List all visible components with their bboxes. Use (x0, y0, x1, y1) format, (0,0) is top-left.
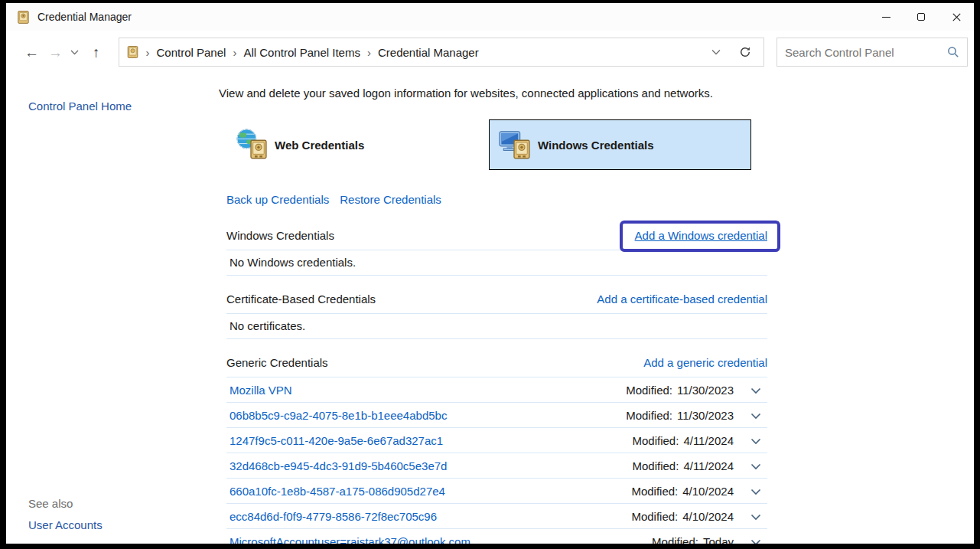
sidebar-item-control-panel-home[interactable]: Control Panel Home (28, 100, 132, 113)
section-title: Certificate-Based Credentials (226, 292, 376, 306)
modified-info: Modified:4/11/2024 (633, 459, 734, 472)
tab-web-credentials-label: Web Credentials (275, 139, 364, 152)
breadcrumb-item-credential-manager[interactable]: Credential Manager (378, 46, 479, 59)
credential-row: Mozilla VPN Modified:11/30/2023 (226, 377, 767, 403)
credential-row: 06b8b5c9-c9a2-4075-8e1b-b1eee4abd5bc Mod… (226, 403, 767, 428)
address-dropdown-chevron-icon[interactable] (701, 46, 731, 58)
modified-info: Modified:4/10/2024 (631, 510, 734, 523)
sidebar: Control Panel Home See also User Account… (6, 74, 213, 544)
window-controls (868, 3, 974, 31)
modified-info: Modified:4/11/2024 (633, 434, 734, 447)
web-credentials-icon (236, 128, 268, 162)
breadcrumb-item-all-control-panel-items[interactable]: All Control Panel Items (243, 46, 360, 59)
modified-date: Today (703, 535, 734, 544)
credential-row: 660a10fc-1e8b-4587-a175-086d905d27e4 Mod… (226, 479, 767, 504)
app-vault-icon (17, 11, 30, 24)
breadcrumb-item-control-panel[interactable]: Control Panel (157, 46, 226, 59)
add-generic-credential-link[interactable]: Add a generic credential (643, 356, 767, 369)
search-icon[interactable] (947, 46, 959, 58)
breadcrumb-app-icon (127, 46, 139, 58)
close-icon (952, 13, 961, 21)
credential-row: 32d468cb-e945-4dc3-91d9-5b460c5e3e7d Mod… (226, 453, 767, 479)
chevron-down-icon[interactable] (746, 485, 766, 497)
restore-credentials-link[interactable]: Restore Credentials (340, 193, 441, 206)
section-title: Windows Credentials (226, 229, 334, 242)
maximize-button[interactable] (903, 3, 939, 31)
empty-windows-credentials-text: No Windows credentials. (226, 250, 767, 276)
sidebar-item-user-accounts[interactable]: User Accounts (28, 518, 103, 531)
tab-web-credentials[interactable]: Web Credentials (226, 119, 489, 170)
chevron-down-icon[interactable] (746, 435, 766, 446)
modified-info: Modified:4/10/2024 (631, 485, 734, 498)
see-also-group: See also User Accounts (28, 497, 103, 531)
credential-name-link[interactable]: MicrosoftAccountuser=raistark37@outlook.… (230, 535, 470, 544)
credential-manager-window: Credential Manager ← → ↑ (6, 3, 974, 544)
chevron-down-icon[interactable] (746, 384, 766, 396)
back-button[interactable]: ← (20, 42, 44, 63)
modified-date: 11/30/2023 (677, 409, 734, 422)
credential-name-link[interactable]: 32d468cb-e945-4dc3-91d9-5b460c5e3e7d (230, 459, 447, 472)
see-also-label: See also (28, 497, 103, 510)
credential-row: MicrosoftAccountuser=raistark37@outlook.… (226, 529, 767, 544)
chevron-down-icon[interactable] (746, 460, 766, 472)
credential-name-link[interactable]: Mozilla VPN (230, 384, 292, 397)
tab-windows-credentials-label: Windows Credentials (538, 139, 654, 152)
modified-info: Modified:Today (652, 535, 734, 544)
windows-credentials-icon (499, 128, 531, 162)
chevron-down-icon[interactable] (746, 536, 766, 544)
modified-info: Modified:11/30/2023 (626, 384, 734, 397)
breadcrumb-separator-icon[interactable]: › (226, 46, 243, 59)
credential-name-link[interactable]: 660a10fc-1e8b-4587-a175-086d905d27e4 (230, 485, 445, 498)
titlebar: Credential Manager (6, 3, 974, 31)
close-button[interactable] (939, 3, 974, 31)
add-windows-credential-link[interactable]: Add a Windows credential (635, 229, 767, 242)
section-header: Windows Credentials Add a Windows creden… (226, 229, 767, 250)
modified-date: 4/10/2024 (682, 510, 734, 523)
modified-date: 11/30/2023 (677, 384, 734, 397)
breadcrumb-separator-icon[interactable]: › (360, 46, 378, 59)
credential-row: ecc84d6d-f0f9-4779-8586-72f8ec705c96 Mod… (226, 504, 767, 529)
refresh-icon[interactable] (731, 43, 757, 61)
credential-name-link[interactable]: 1247f9c5-c011-420e-9a5e-6e67ad327ac1 (230, 434, 443, 447)
modified-date: 4/10/2024 (682, 485, 734, 498)
credential-name-link[interactable]: ecc84d6d-f0f9-4779-8586-72f8ec705c96 (230, 510, 437, 523)
forward-button[interactable]: → (44, 42, 67, 63)
credential-actions: Back up Credentials Restore Credentials (226, 193, 974, 206)
window-content: Control Panel Home See also User Account… (6, 74, 974, 544)
page-description: View and delete your saved logon informa… (219, 86, 974, 101)
tab-windows-credentials[interactable]: Windows Credentials (489, 119, 751, 170)
section-title: Generic Credentials (226, 356, 328, 369)
minimize-button[interactable] (868, 3, 903, 31)
breadcrumb-separator-icon[interactable]: › (139, 46, 157, 59)
credential-row: 1247f9c5-c011-420e-9a5e-6e67ad327ac1 Mod… (226, 428, 767, 453)
window-title: Credential Manager (37, 11, 132, 23)
navigation-bar: ← → ↑ › Control Panel › All Control Pane… (6, 31, 974, 74)
search-input[interactable] (785, 46, 947, 59)
breadcrumb: › Control Panel › All Control Panel Item… (119, 38, 765, 67)
modified-date: 4/11/2024 (683, 434, 734, 447)
main-panel: View and delete your saved logon informa… (213, 74, 974, 544)
empty-certificates-text: No certificates. (226, 314, 767, 339)
add-certificate-credential-link[interactable]: Add a certificate-based credential (597, 292, 767, 306)
add-windows-credential-wrap: Add a Windows credential (635, 229, 767, 242)
modified-info: Modified:11/30/2023 (626, 409, 734, 422)
up-button[interactable]: ↑ (88, 42, 105, 63)
backup-credentials-link[interactable]: Back up Credentials (226, 193, 329, 206)
maximize-icon (917, 13, 925, 21)
credential-name-link[interactable]: 06b8b5c9-c9a2-4075-8e1b-b1eee4abd5bc (230, 409, 447, 422)
certificate-credentials-section: Certificate-Based Credentials Add a cert… (226, 292, 767, 339)
credential-type-tabs: Web Credentials (226, 119, 974, 170)
minimize-icon (882, 17, 890, 18)
generic-credentials-section: Generic Credentials Add a generic creden… (226, 356, 767, 544)
modified-date: 4/11/2024 (683, 459, 734, 472)
search-box (777, 38, 968, 67)
section-header: Generic Credentials Add a generic creden… (226, 356, 767, 377)
section-header: Certificate-Based Credentials Add a cert… (226, 292, 767, 314)
windows-credentials-section: Windows Credentials Add a Windows creden… (226, 229, 767, 276)
chevron-down-icon[interactable] (746, 511, 766, 522)
recent-pages-chevron-icon[interactable] (69, 47, 80, 58)
chevron-down-icon[interactable] (746, 410, 766, 421)
